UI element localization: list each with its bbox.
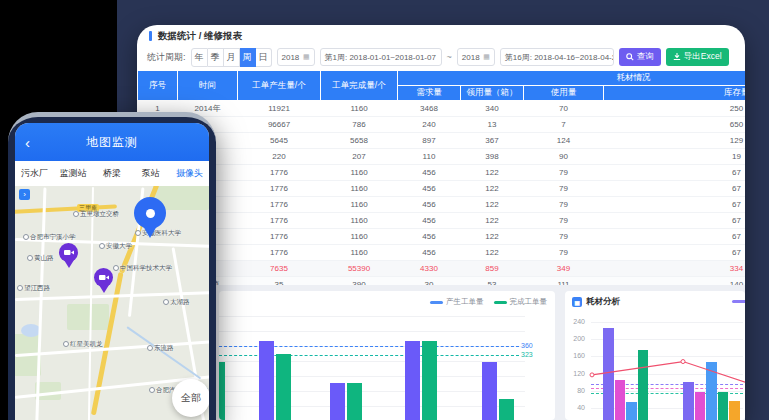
gridline <box>591 374 743 375</box>
column-header: 工单完成量/个 <box>321 71 398 101</box>
table-row: 6177611604561227967 <box>138 181 746 197</box>
sub-column-header: 需求量 <box>398 86 461 101</box>
gridline <box>591 322 743 323</box>
bar-完成工单量 <box>422 341 437 420</box>
range-from-input[interactable]: 第1周: 2018-01-01~2018-01-07 <box>320 48 442 66</box>
filter-bar: 统计周期: 年季月周日 2018▦ 第1周: 2018-01-01~2018-0… <box>137 44 745 70</box>
y-axis-tick: 40 <box>567 404 585 411</box>
table-row: 42202071103989019 <box>138 149 746 165</box>
map-poi-label: 望江西路 <box>17 284 50 293</box>
map-poi-label: 安徽医科大学 <box>135 229 181 238</box>
year-from-select[interactable]: 2018▦ <box>277 48 315 66</box>
gridline <box>591 339 743 340</box>
export-excel-button[interactable]: 导出Excel <box>666 48 729 66</box>
report-table: 序号时间工单产生量/个工单完成量/个耗材情况需求量领用量（箱）使用量库存量120… <box>137 70 745 293</box>
period-option-周[interactable]: 周 <box>240 48 256 67</box>
search-icon <box>626 53 634 61</box>
bar-完成工单量 <box>347 383 362 420</box>
poi-icon <box>113 265 119 271</box>
phone-page-title: 地图监测 <box>86 134 138 151</box>
breadcrumb-text: 数据统计 / 维修报表 <box>158 30 242 43</box>
bar-产生工单量 <box>405 341 420 420</box>
phone-screen: ‹ 地图监测 污水厂监测站桥梁泵站摄像头 三里庵五里墩立交桥合肥市宁溪小学安徽医… <box>15 123 209 420</box>
reference-line-label: 323 <box>521 351 533 358</box>
poi-icon <box>135 230 141 236</box>
group-header: 耗材情况 <box>398 71 746 86</box>
sub-column-header: 库存量 <box>604 86 746 101</box>
bar-产生工单量 <box>259 341 274 420</box>
legend-item: 完成工单量 <box>494 297 548 307</box>
phone-tab-监测站[interactable]: 监测站 <box>54 167 93 180</box>
all-button[interactable]: 全部 <box>172 379 209 417</box>
bar <box>638 350 649 420</box>
table-row: 8177611604561227967 <box>138 213 746 229</box>
query-button[interactable]: 查询 <box>619 48 661 66</box>
map-poi-label: 红星美凯龙 <box>63 340 103 349</box>
camera-pin[interactable] <box>59 243 78 262</box>
consumables-chart-card: ▦耗材分析2402001601208040 <box>565 291 745 420</box>
map-poi-label: 五里墩立交桥 <box>73 210 119 219</box>
legend-item: 产生工单量 <box>430 297 484 307</box>
back-icon[interactable]: ‹ <box>25 135 30 150</box>
map-road <box>15 340 209 357</box>
phone-tab-桥梁[interactable]: 桥梁 <box>93 167 132 180</box>
table-header-row: 序号时间工单产生量/个工单完成量/个耗材情况 <box>138 71 746 86</box>
table-row: 12014年119211160346834070250 <box>138 101 746 117</box>
dashboard-card: 数据统计 / 维修报表 统计周期: 年季月周日 2018▦ 第1周: 2018-… <box>137 25 745 420</box>
poi-icon <box>17 285 23 291</box>
bar <box>626 402 637 420</box>
calendar-icon: ▦ <box>483 53 490 61</box>
chart-icon: ▦ <box>572 297 582 307</box>
total-row: 合计7635553904330859349334 <box>138 261 746 277</box>
table-row: 356455658897367124129 <box>138 133 746 149</box>
phone-tab-摄像头[interactable]: 摄像头 <box>170 167 209 180</box>
poi-icon <box>163 299 169 305</box>
bar-完成工单量 <box>276 354 291 420</box>
download-icon <box>673 53 681 61</box>
year-to-select[interactable]: 2018▦ <box>457 48 495 66</box>
poi-icon <box>63 341 69 347</box>
period-option-月[interactable]: 月 <box>224 48 240 67</box>
period-option-年[interactable]: 年 <box>191 48 208 67</box>
phone-tab-bar: 污水厂监测站桥梁泵站摄像头 <box>15 161 209 186</box>
period-option-季[interactable]: 季 <box>208 48 224 67</box>
map-view[interactable]: 三里庵五里墩立交桥合肥市宁溪小学安徽医科大学安徽大学黄山路中国科学技术大学望江西… <box>15 186 209 420</box>
pin-center-dot <box>146 209 155 218</box>
bar <box>718 392 729 420</box>
phone-tab-污水厂[interactable]: 污水厂 <box>15 167 54 180</box>
phone-mockup: ‹ 地图监测 污水厂监测站桥梁泵站摄像头 三里庵五里墩立交桥合肥市宁溪小学安徽医… <box>8 112 216 420</box>
sub-column-header: 使用量 <box>524 86 604 101</box>
period-option-日[interactable]: 日 <box>256 48 272 67</box>
bar <box>615 380 626 420</box>
bar <box>729 401 740 420</box>
workorder-chart-card: 产生工单量完成工单量360323 <box>219 291 555 420</box>
y-axis-tick: 80 <box>567 387 585 394</box>
phone-header: ‹ 地图监测 <box>15 123 209 161</box>
column-header: 时间 <box>178 71 238 101</box>
gridline <box>591 356 743 357</box>
phone-tab-泵站[interactable]: 泵站 <box>131 167 170 180</box>
expand-icon[interactable]: › <box>19 189 30 200</box>
table-row: 296667786240137650 <box>138 117 746 133</box>
table-row: 7177611604561227967 <box>138 197 746 213</box>
breadcrumb-accent <box>149 31 152 41</box>
table-row: 5177611604561227967 <box>138 165 746 181</box>
bar <box>683 382 694 420</box>
column-header: 工单产生量/个 <box>238 71 321 101</box>
camera-icon <box>99 274 109 281</box>
bar <box>603 328 614 420</box>
gridline <box>219 316 525 317</box>
location-pin[interactable] <box>134 197 166 229</box>
y-axis-tick: 160 <box>567 352 585 359</box>
map-poi-label: 黄山路 <box>27 254 54 263</box>
calendar-icon: ▦ <box>303 53 310 61</box>
bar-产生工单量 <box>330 383 345 420</box>
range-to-input[interactable]: 第16周: 2018-04-16~2018-04-22 <box>500 48 614 66</box>
period-label: 统计周期: <box>147 51 186 64</box>
map-poi-label: 合肥市宁溪小学 <box>23 233 76 242</box>
column-header: 序号 <box>138 71 178 101</box>
poi-icon <box>99 243 105 249</box>
camera-pin[interactable] <box>94 268 113 287</box>
y-axis-tick: 200 <box>567 335 585 342</box>
poi-icon <box>147 345 153 351</box>
